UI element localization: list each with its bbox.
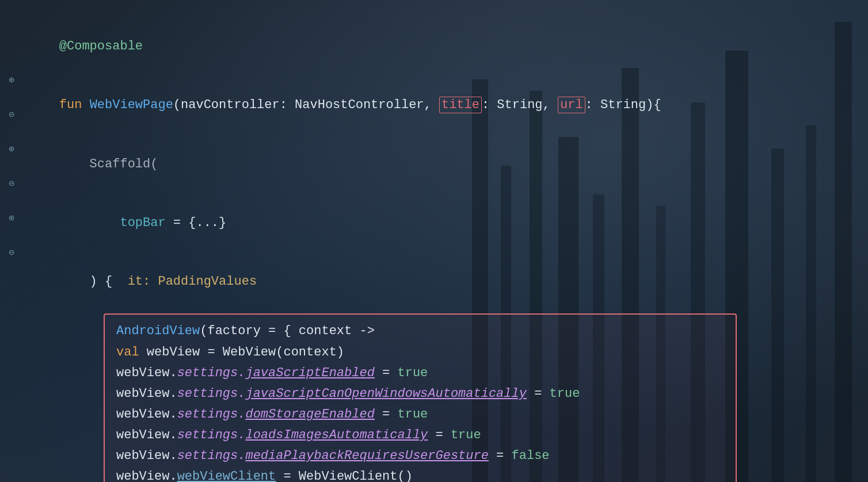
val-webview-line: val webView = WebView(context): [116, 343, 724, 362]
webview-client-line: webView.webViewClient = WebViewClient(): [116, 467, 724, 482]
editor-gutter: ⊕ ⊖ ⊕ ⊖ ⊕ ⊖: [0, 0, 23, 482]
code-line-3: Scaffold(: [29, 135, 851, 194]
media-playback-prop: mediaPlaybackRequiresUserGesture: [245, 449, 488, 463]
annotation-composable: @Composable: [59, 39, 143, 53]
code-line-4: topBar = {...}: [29, 194, 851, 253]
val-true-3: true: [398, 407, 428, 422]
param-url-highlighted: url: [558, 97, 585, 113]
webview-client-prop: webViewClient: [177, 469, 276, 482]
func-name: WebViewPage: [90, 98, 173, 112]
webview-ref6: webView.: [116, 469, 177, 482]
webview-ref4: webView.: [116, 428, 177, 442]
android-view-params: (factory = { context ->: [200, 324, 375, 338]
it-padding: it: PaddingValues: [128, 274, 257, 289]
gutter-icon-1[interactable]: ⊕: [6, 75, 17, 86]
gutter-icon-6[interactable]: ⊖: [6, 247, 17, 259]
params-title-suffix: : String,: [482, 98, 558, 112]
keyword-fun: fun: [59, 98, 90, 112]
code-line-1: @Composable: [29, 17, 851, 76]
gutter-icon-5[interactable]: ⊕: [6, 213, 17, 224]
assign6: = WebViewClient(): [276, 469, 413, 482]
code-line-2: fun WebViewPage(navController: NavHostCo…: [29, 76, 851, 135]
scaffold-call: Scaffold(: [59, 157, 158, 171]
val-true-2: true: [550, 387, 580, 401]
webview-ref2: webView.: [116, 387, 177, 401]
code-editor: @Composable fun WebViewPage(navControlle…: [0, 0, 868, 482]
media-playback-line: webView.settings.mediaPlaybackRequiresUs…: [116, 446, 724, 466]
val-true-1: true: [398, 366, 428, 380]
val-true-4: true: [451, 428, 481, 442]
scaffold-close: ) {: [59, 274, 128, 289]
webview-ref5: webView.: [116, 449, 177, 463]
assign1: =: [375, 366, 398, 380]
android-view-func: AndroidView: [116, 324, 200, 338]
gutter-icon-3[interactable]: ⊕: [6, 144, 17, 155]
val-false: false: [512, 449, 550, 463]
topbar-param: topBar: [59, 216, 166, 230]
dom-storage-line: webView.settings.domStorageEnabled = tru…: [116, 405, 724, 424]
param-title-highlighted: title: [439, 97, 482, 113]
params-start: (navController: NavHostController,: [173, 98, 439, 112]
webview-var: webView = WebView(context): [147, 345, 344, 359]
webview-ref1: webView.: [116, 366, 177, 380]
loads-images-line: webView.settings.loadsImagesAutomaticall…: [116, 426, 724, 445]
code-line-5: ) { it: PaddingValues: [29, 253, 851, 311]
js-enabled-line: webView.settings.javaScriptEnabled = tru…: [116, 364, 724, 383]
settings-ref2: settings.: [177, 387, 246, 401]
settings-ref4: settings.: [177, 428, 246, 442]
settings-ref1: settings.: [177, 366, 246, 380]
topbar-assign: =: [166, 216, 189, 230]
kw-val: val: [116, 345, 147, 359]
assign3: =: [375, 407, 398, 422]
gutter-icon-2[interactable]: ⊖: [6, 109, 17, 121]
assign4: =: [428, 428, 451, 442]
params-end: : String){: [585, 98, 661, 112]
settings-ref5: settings.: [177, 449, 246, 463]
js-can-open-line: webView.settings.javaScriptCanOpenWindow…: [116, 384, 724, 404]
gutter-icon-4[interactable]: ⊖: [6, 178, 17, 190]
settings-ref3: settings.: [177, 407, 246, 422]
assign5: =: [489, 449, 512, 463]
topbar-value: {...}: [188, 216, 226, 230]
android-view-block: AndroidView(factory = { context -> val w…: [104, 313, 737, 482]
android-view-line: AndroidView(factory = { context ->: [116, 322, 724, 341]
assign2: =: [527, 387, 550, 401]
dom-storage-prop: domStorageEnabled: [245, 407, 374, 422]
loads-images-prop: loadsImagesAutomatically: [245, 428, 428, 442]
js-enabled-prop: javaScriptEnabled: [245, 366, 374, 380]
js-can-open-prop: javaScriptCanOpenWindowsAutomatically: [245, 387, 526, 401]
webview-ref3: webView.: [116, 407, 177, 422]
